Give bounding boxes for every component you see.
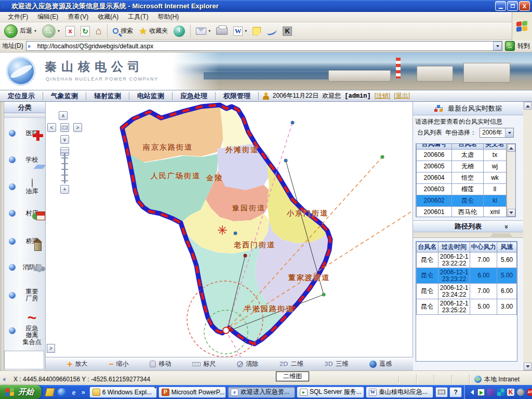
notes-button[interactable] [250,26,263,36]
menu-item[interactable]: 编辑(E) [33,11,63,22]
refresh-button[interactable]: ↻ [78,25,92,37]
favorites-button[interactable]: ★ 收藏夹 [137,24,170,38]
tray-volume-icon[interactable] [517,389,524,396]
scroll-up-button[interactable] [508,144,515,152]
page-scrollbar[interactable] [523,102,532,370]
pan-up-button[interactable]: ∧ [59,111,68,120]
map-tool-mode-3d[interactable]: 3D三维 [325,360,349,368]
address-dropdown-button[interactable] [493,42,502,50]
path-row[interactable]: 昆仑2006-12-1 23:25:225.003.00 [417,299,517,315]
taskbar-task[interactable]: PMicrosoft PowerP... [158,387,226,398]
back-button[interactable]: ← 后退 ▾ [2,23,38,39]
map-tool-pan[interactable]: 移动 [150,360,171,368]
help-button[interactable]: ? [449,387,462,397]
history-button[interactable] [171,24,187,38]
exit-link[interactable]: [退出] [394,91,410,100]
start-button[interactable]: 开始 [0,385,42,399]
pan-right-button[interactable]: > [73,123,82,132]
scroll-down-button[interactable] [508,209,515,217]
page-scroll-up-button[interactable] [524,102,531,110]
splitter-bar[interactable] [413,232,523,238]
edit-word-button[interactable]: W▾ [231,25,249,37]
home-button[interactable]: ⌂ [94,24,104,38]
address-input[interactable]: e http://localhost/QSgridwebgis/default.… [26,41,502,51]
collapse-chevron-icon[interactable]: » [503,225,511,229]
sidebar-item-hospital[interactable]: 医院 [4,121,45,145]
print-button[interactable] [214,26,230,36]
language-keyboard-button[interactable] [435,387,448,397]
kaspersky-button[interactable]: K [281,25,294,37]
menu-item[interactable]: 文件(F) [3,11,33,22]
close-button[interactable]: X [519,1,530,11]
taskbar-task[interactable]: ▸SQL Server 服务... [297,387,364,398]
path-row[interactable]: 昆仑2006-12-1 23:22:227.005.60 [417,252,517,268]
menu-item[interactable]: 帮助(H) [153,11,184,22]
stop-button[interactable]: x [63,25,77,37]
forward-dropdown-icon[interactable]: ▾ [58,29,60,33]
path-list-header[interactable]: 路径列表 » [413,220,523,232]
typhoon-row[interactable]: 200602昆仑kl [417,195,507,207]
taskbar-task[interactable]: 6 Windows Expl... [89,387,157,398]
typhoon-row[interactable]: 200601西马伦xml [417,207,507,217]
nav-tab[interactable]: 辐射监测 [86,92,129,100]
task-group-dropdown-icon[interactable] [154,389,157,396]
typhoon-table-scrollbar[interactable] [507,144,515,217]
district-map[interactable] [46,102,413,357]
map-tool-remote[interactable]: 遥感 [369,360,392,368]
tray-app-icon[interactable] [487,389,495,396]
edit-dropdown-icon[interactable]: ▾ [245,29,247,33]
sidebar-item-fire[interactable]: 消防所 [4,255,45,279]
center-ruler-button[interactable] [60,123,69,132]
pan-left-button[interactable]: < [47,123,56,132]
nav-tab[interactable]: 气象监测 [43,92,86,100]
mail-dropdown-icon[interactable]: ▾ [208,29,210,33]
typhoon-row[interactable]: 200603榴莲ll [417,184,507,195]
map-tool-ruler[interactable]: 标尺 [192,360,216,368]
search-button[interactable]: 搜索 [111,25,135,36]
quicklaunch-overflow-icon[interactable]: » [82,389,85,396]
msn-icon[interactable] [58,388,66,396]
path-row[interactable]: 昆仑2006-12-1 23:23:226.005.00 [417,268,517,284]
pan-down-button[interactable]: ∨ [60,135,69,144]
sidebar-item-bridge[interactable]: 桥梁 [4,227,45,255]
map-tool-clear[interactable]: 清除 [237,360,258,368]
tray-sql-icon[interactable] [477,389,485,396]
map-canvas[interactable]: 南京东路街道外滩街道人民广场街道金陵豫园街道小东门街道老西门街道董家渡街道半淞园… [46,102,413,357]
tray-chevron-icon[interactable] [468,390,474,395]
nav-tab[interactable]: 电站监测 [129,92,172,100]
typhoon-row[interactable]: 200606太虚tx [417,150,507,161]
tray-grid-icon[interactable] [497,389,504,396]
map-tool-mode-2d[interactable]: 2D二维 [280,360,303,368]
ie-quicklaunch-icon[interactable]: e [70,388,78,396]
show-desktop-icon[interactable] [45,388,55,396]
mail-button[interactable]: ▾ [194,26,212,36]
typhoon-row[interactable]: 200604悟空wk [417,172,507,184]
typhoon-row[interactable]: 200605无稽wj [417,161,507,172]
map-tool-zoom-in[interactable]: +放大 [67,360,88,368]
minimize-button[interactable] [495,1,506,11]
go-button[interactable]: → [505,41,515,51]
logout-link[interactable]: [注销] [375,91,391,100]
menu-item[interactable]: 工具(T) [123,11,153,22]
sidebar-item-village[interactable]: 村庄 [4,199,45,227]
sidebar-item-plant[interactable]: 重要厂房 [4,279,45,311]
year-dropdown-icon[interactable] [505,128,513,137]
nav-tab[interactable]: 应急处理 [172,92,216,100]
year-select[interactable]: 2006年 [480,128,514,138]
zoom-in-step-button[interactable]: + [60,185,69,194]
taskbar-task[interactable]: W秦山核电站应急... [366,387,433,398]
sidebar-item-school[interactable]: 学校 [4,145,45,174]
tray-kaspersky-icon[interactable]: K [507,389,514,396]
messenger-button[interactable] [264,26,279,36]
menu-item[interactable]: 查看(V) [63,11,93,22]
nav-tab[interactable]: 定位显示 [0,92,43,100]
taskbar-task[interactable]: e欢迎进入应急资... [228,387,295,398]
sidebar-collapse-button[interactable]: > [47,344,55,353]
sidebar-item-oil[interactable]: 油库 [4,174,45,199]
page-scroll-down-button[interactable] [524,363,531,370]
tray-ati-icon[interactable]: ATI [527,389,532,396]
sidebar-item-assembly[interactable]: ~应急撤离集合点 [4,311,45,350]
forward-button[interactable]: → ▾ [40,23,62,39]
menu-item[interactable]: 收藏(A) [93,11,123,22]
zoom-slider-handle[interactable] [60,150,69,153]
